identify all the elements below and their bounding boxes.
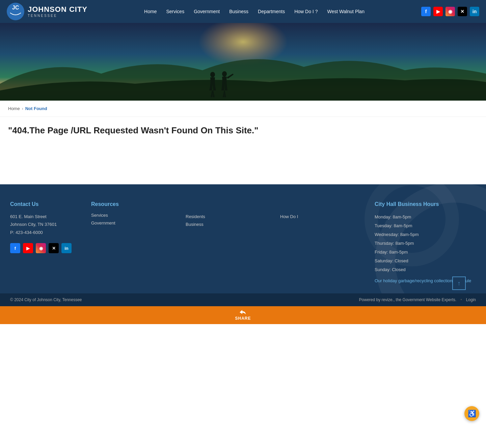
nav-services[interactable]: Services — [162, 6, 188, 17]
footer-contact-col: Contact Us 601 E. Main Street Johnson Ci… — [10, 201, 84, 283]
breadcrumb-section: Home › Not Found — [0, 101, 486, 117]
main-content: "404.The Page /URL Requested Wasn't Foun… — [0, 117, 486, 184]
facebook-icon-header[interactable]: f — [421, 7, 431, 16]
main-navigation: Home Services Government Business Depart… — [140, 6, 369, 17]
address-line2: Johnson City, TN 37601 — [10, 220, 84, 228]
breadcrumb: Home › Not Found — [8, 106, 478, 111]
footer-bottom: © 2024 City of Johnson City, Tennessee P… — [0, 293, 486, 306]
breadcrumb-separator: › — [22, 106, 23, 111]
hours-wednesday: Wednesday: 8am-5pm — [375, 230, 476, 239]
svg-point-5 — [222, 71, 227, 77]
youtube-icon-footer[interactable]: ▶ — [23, 243, 33, 253]
footer-hours-title: City Hall Business Hours — [375, 201, 476, 207]
footer-hours-col: City Hall Business Hours Monday: 8am-5pm… — [375, 201, 476, 283]
footer-bottom-divider: • — [460, 297, 462, 302]
logo-svg: JC — [7, 3, 24, 20]
hero-banner — [0, 23, 486, 101]
footer-link-residents[interactable]: Residents — [186, 214, 273, 219]
footer-resources-col3: How Do I — [280, 201, 368, 283]
hero-banner-inner — [0, 23, 486, 101]
share-icon — [240, 310, 246, 315]
site-logo[interactable]: JC JOHNSON CITY TENNESSEE — [7, 3, 87, 20]
footer-link-government[interactable]: Government — [91, 220, 179, 226]
svg-text:JC: JC — [12, 5, 19, 10]
instagram-icon-header[interactable]: ◉ — [446, 7, 455, 16]
logo-text-area: JOHNSON CITY TENNESSEE — [28, 5, 87, 17]
hours-thursday: Thursday: 8am-5pm — [375, 239, 476, 248]
powered-by-text: Powered by revize., the Government Websi… — [359, 297, 457, 302]
hours-saturday: Saturday: Closed — [375, 257, 476, 265]
site-header: JC JOHNSON CITY TENNESSEE Home Services … — [0, 0, 486, 23]
instagram-icon-footer[interactable]: ◉ — [36, 243, 46, 253]
footer-resources-title: Resources — [91, 201, 179, 207]
svg-point-4 — [210, 72, 215, 77]
footer-grid: Contact Us 601 E. Main Street Johnson Ci… — [10, 201, 476, 283]
nav-government[interactable]: Government — [190, 6, 224, 17]
nav-how-do-i[interactable]: How Do I ? — [290, 6, 322, 17]
hero-landscape-svg — [0, 23, 486, 101]
breadcrumb-home-link[interactable]: Home — [8, 106, 20, 111]
header-social-icons: f ▶ ◉ ✕ in — [421, 7, 479, 16]
nav-home[interactable]: Home — [140, 6, 161, 17]
linkedin-icon-header[interactable]: in — [470, 7, 479, 16]
footer-link-how-do-i[interactable]: How Do I — [280, 214, 368, 219]
youtube-icon-header[interactable]: ▶ — [433, 7, 443, 16]
footer-resources-col2: Residents Business — [186, 201, 273, 283]
footer-address: 601 E. Main Street Johnson City, TN 3760… — [10, 213, 84, 236]
copyright-text: © 2024 City of Johnson City, Tennessee — [10, 297, 82, 302]
hours-tuesday: Tuesday: 8am-5pm — [375, 221, 476, 230]
hours-list: Monday: 8am-5pm Tuesday: 8am-5pm Wednesd… — [375, 213, 476, 274]
share-label: SHARE — [235, 316, 251, 321]
login-link[interactable]: Login — [466, 297, 476, 302]
share-button[interactable]: SHARE — [235, 310, 251, 321]
linkedin-icon-footer[interactable]: in — [61, 243, 72, 253]
breadcrumb-current: Not Found — [25, 106, 47, 111]
scroll-to-top-button[interactable]: ↑ — [452, 276, 466, 290]
x-icon-header[interactable]: ✕ — [458, 7, 467, 16]
footer-links-col1: Services Government — [91, 213, 179, 226]
footer-bottom-right: Powered by revize., the Government Websi… — [359, 297, 476, 302]
footer-link-business[interactable]: Business — [186, 222, 273, 227]
nav-departments[interactable]: Departments — [254, 6, 289, 17]
hours-monday: Monday: 8am-5pm — [375, 213, 476, 221]
hours-friday: Friday: 8am-5pm — [375, 248, 476, 257]
city-name: JOHNSON CITY — [28, 5, 87, 14]
footer-social-icons: f ▶ ◉ ✕ in — [10, 243, 84, 253]
footer-links-col2: Residents Business — [186, 214, 273, 227]
footer-links-col3: How Do I — [280, 214, 368, 219]
facebook-icon-footer[interactable]: f — [10, 243, 20, 253]
footer-contact-title: Contact Us — [10, 201, 84, 207]
nav-business[interactable]: Business — [225, 6, 252, 17]
site-footer: Contact Us 601 E. Main Street Johnson Ci… — [0, 184, 486, 293]
nav-west-walnut[interactable]: West Walnut Plan — [323, 6, 369, 17]
footer-link-services[interactable]: Services — [91, 213, 179, 218]
hours-sunday: Sunday: Closed — [375, 265, 476, 274]
footer-resources-col1: Resources Services Government — [91, 201, 179, 283]
error-heading: "404.The Page /URL Requested Wasn't Foun… — [8, 125, 478, 136]
phone: P: 423-434-6000 — [10, 229, 84, 236]
address-line1: 601 E. Main Street — [10, 213, 84, 220]
share-bar[interactable]: SHARE — [0, 306, 486, 324]
x-icon-footer[interactable]: ✕ — [49, 243, 59, 253]
state-name: TENNESSEE — [28, 14, 87, 18]
